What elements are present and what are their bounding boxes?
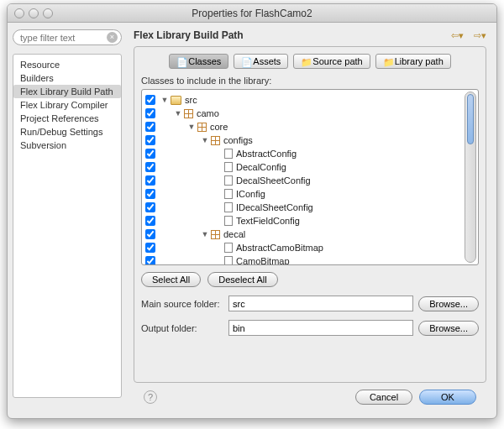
tree-label: AbstractCamoBitmap <box>236 243 323 253</box>
main-source-input[interactable] <box>228 296 413 311</box>
browse-output-button[interactable]: Browse... <box>418 321 479 336</box>
titlebar: Properties for FlashCamo2 <box>8 4 496 23</box>
tree-row[interactable]: ▼decal <box>145 228 475 241</box>
tree-label: configs <box>223 135 253 145</box>
tree-checkbox[interactable] <box>145 122 155 132</box>
sidebar-item-6[interactable]: Subversion <box>13 139 121 152</box>
chevron-down-icon[interactable]: ▼ <box>201 230 209 238</box>
tree-label: Classes to include in the library: <box>141 76 479 86</box>
chevron-down-icon[interactable]: ▼ <box>174 109 182 118</box>
file-icon <box>224 256 233 265</box>
tree-label: src <box>185 95 197 105</box>
forward-icon[interactable]: ⇨▾ <box>474 30 486 41</box>
sidebar-item-0[interactable]: Resource <box>13 58 121 71</box>
tree-label: AbstractConfig <box>236 149 297 159</box>
chevron-down-icon[interactable]: ▼ <box>187 123 196 131</box>
tree-box: ▼src▼camo▼core▼configsAbstractConfigDeca… <box>141 89 479 265</box>
tree-label: DecalSheetConfig <box>236 175 311 186</box>
output-label: Output folder: <box>141 323 223 333</box>
scroll-thumb[interactable] <box>467 94 474 144</box>
tree-label: IConfig <box>236 189 265 199</box>
tree-row[interactable]: AbstractConfig <box>145 147 475 160</box>
tab-classes[interactable]: 📄Classes <box>169 54 228 69</box>
tree-label: TextFieldConfig <box>236 216 300 226</box>
file-icon <box>224 202 233 212</box>
tree-label: core <box>210 122 228 132</box>
tree-row[interactable]: IDecalSheetConfig <box>145 201 475 214</box>
file-icon <box>224 175 233 186</box>
chevron-down-icon[interactable]: ▼ <box>160 96 169 104</box>
zoom-icon[interactable] <box>43 8 53 18</box>
tab-assets[interactable]: 📄Assets <box>234 54 288 69</box>
tree-row[interactable]: ▼configs <box>145 133 475 147</box>
minimize-icon[interactable] <box>29 8 39 18</box>
deselect-all-button[interactable]: Deselect All <box>207 272 277 287</box>
tree-row[interactable]: DecalConfig <box>145 160 475 174</box>
tree-label: decal <box>223 229 245 239</box>
clear-icon[interactable]: × <box>107 32 118 43</box>
scrollbar[interactable] <box>465 92 476 263</box>
tree-checkbox[interactable] <box>145 135 155 145</box>
tab-label: Library path <box>395 56 444 66</box>
pkg-icon <box>197 123 207 132</box>
output-input[interactable] <box>228 320 413 336</box>
file-icon <box>224 162 233 172</box>
tree-checkbox[interactable] <box>145 229 155 239</box>
tab-label: Assets <box>253 56 281 66</box>
tab-source-path[interactable]: 📁Source path <box>293 54 370 69</box>
tree-checkbox[interactable] <box>145 243 155 253</box>
file-icon <box>224 149 233 159</box>
sidebar-item-1[interactable]: Builders <box>13 71 121 85</box>
select-all-button[interactable]: Select All <box>141 272 201 287</box>
filter-input[interactable] <box>13 29 122 45</box>
tree-row[interactable]: ▼src <box>145 93 475 107</box>
tree-label: CamoBitmap <box>236 256 290 265</box>
tab-label: Source path <box>312 56 362 66</box>
tree-label: camo <box>197 108 219 118</box>
sidebar-item-4[interactable]: Project References <box>13 112 121 125</box>
tree-row[interactable]: DecalSheetConfig <box>145 174 475 187</box>
chevron-down-icon[interactable]: ▼ <box>201 136 209 144</box>
window-title: Properties for FlashCamo2 <box>192 8 312 19</box>
tree-checkbox[interactable] <box>145 162 155 172</box>
cancel-button[interactable]: Cancel <box>355 390 412 405</box>
tab-icon: 📄 <box>241 57 249 65</box>
tree-checkbox[interactable] <box>145 95 155 105</box>
tab-library-path[interactable]: 📁Library path <box>375 54 451 69</box>
tree-checkbox[interactable] <box>145 216 155 226</box>
folder-icon <box>171 96 181 105</box>
file-icon <box>224 189 233 199</box>
ok-button[interactable]: OK <box>419 390 476 405</box>
back-icon[interactable]: ⇦▾ <box>451 30 464 41</box>
tree-row[interactable]: TextFieldConfig <box>145 214 475 228</box>
pkg-icon <box>184 109 193 118</box>
file-icon <box>224 243 233 253</box>
tree-label: DecalConfig <box>236 162 286 172</box>
tabs: 📄Classes📄Assets📁Source path📁Library path <box>141 54 479 69</box>
tree-checkbox[interactable] <box>145 149 155 159</box>
sidebar-item-3[interactable]: Flex Library Compiler <box>13 98 121 112</box>
main-source-label: Main source folder: <box>141 299 223 309</box>
sidebar-item-5[interactable]: Run/Debug Settings <box>13 125 121 139</box>
sidebar-item-2[interactable]: Flex Library Build Path <box>13 85 121 98</box>
tree-row[interactable]: AbstractCamoBitmap <box>145 241 475 254</box>
tree-row[interactable]: ▼core <box>145 120 475 133</box>
tree-row[interactable]: CamoBitmap <box>145 254 475 265</box>
close-icon[interactable] <box>14 8 24 18</box>
tree-checkbox[interactable] <box>145 256 155 265</box>
tab-icon: 📄 <box>176 57 185 65</box>
tree-row[interactable]: IConfig <box>145 187 475 201</box>
page-title: Flex Library Build Path <box>134 29 244 41</box>
help-icon[interactable]: ? <box>144 390 157 404</box>
tree-checkbox[interactable] <box>145 175 155 186</box>
tab-icon: 📁 <box>383 57 391 65</box>
tab-icon: 📁 <box>301 57 309 65</box>
tree-checkbox[interactable] <box>145 108 155 118</box>
tree-row[interactable]: ▼camo <box>145 107 475 120</box>
nav-list: ResourceBuildersFlex Library Build PathF… <box>13 54 122 398</box>
tree-checkbox[interactable] <box>145 189 155 199</box>
browse-main-source-button[interactable]: Browse... <box>418 296 479 311</box>
tree-checkbox[interactable] <box>145 202 155 212</box>
pkg-icon <box>211 230 220 239</box>
pkg-icon <box>211 136 220 145</box>
